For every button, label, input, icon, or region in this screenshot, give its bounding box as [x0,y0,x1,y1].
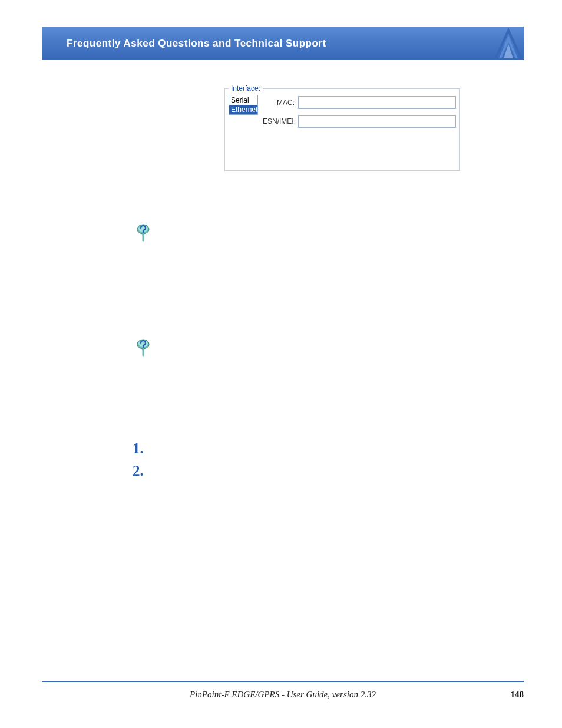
numbered-step-2: 2. [133,460,144,482]
banner-title: Frequently Asked Questions and Technical… [67,38,326,50]
interface-fieldset: Interface: Serial Ethernet MAC: ESN/IMEI… [224,88,460,171]
fieldset-legend: Interface: [229,84,263,93]
interface-listbox[interactable]: Serial Ethernet [229,95,258,115]
footer-doc-title: PinPoint-E EDGE/GPRS - User Guide, versi… [42,690,524,700]
footer-page-number: 148 [511,690,524,700]
step-number: 2. [133,463,144,479]
question-mark-icon [135,224,151,243]
question-mark-icon [135,339,151,358]
interface-option-serial[interactable]: Serial [229,95,257,105]
numbered-step-1: 1. [133,437,144,460]
step-number: 1. [133,440,144,456]
esn-imei-input[interactable] [298,115,456,128]
esn-imei-label: ESN/IMEI: [263,117,295,126]
chapter-banner: Frequently Asked Questions and Technical… [42,27,524,60]
mac-input[interactable] [298,96,456,109]
interface-option-ethernet[interactable]: Ethernet [229,105,257,114]
brand-logo-icon [491,25,526,62]
footer-rule [42,681,524,682]
mac-label: MAC: [263,98,295,107]
